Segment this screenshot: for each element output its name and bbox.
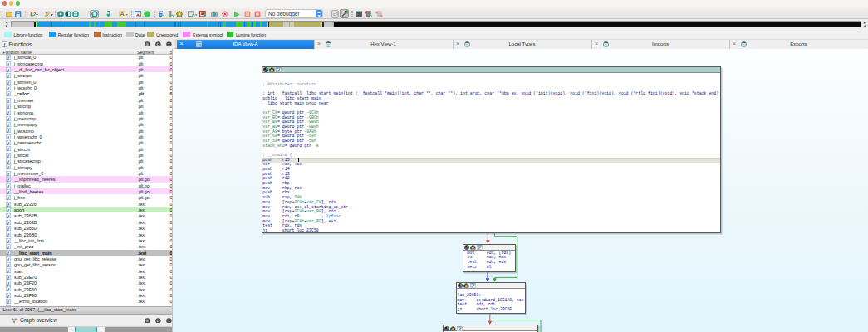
svg-text:c: c xyxy=(333,12,336,17)
svg-text:A: A xyxy=(120,11,125,17)
